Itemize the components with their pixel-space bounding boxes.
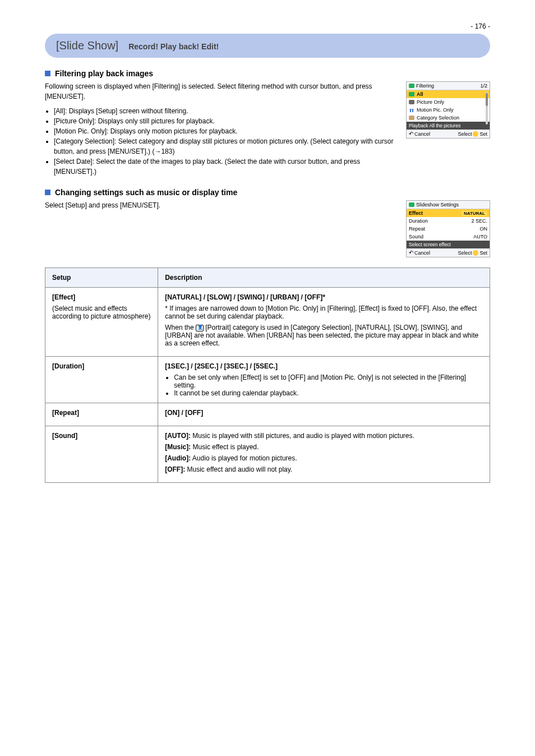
- filtering-bullet: [All]: Displays [Setup] screen without f…: [54, 106, 397, 116]
- scrollbar-thumb[interactable]: [486, 93, 488, 106]
- camera-icon: [409, 100, 414, 104]
- row-desc-post: [Portrait] category is used in [Category…: [165, 324, 478, 347]
- ss-help-strip: Playback All the pictures: [407, 122, 490, 130]
- ss-row-label: Picture Only: [417, 99, 487, 105]
- ss-title: Slideshow Settings: [416, 202, 459, 208]
- ss-row-label: Category Selection: [417, 115, 487, 121]
- joystick-icon: [473, 131, 478, 137]
- row-bullet: Can be set only when [Effect] is set to …: [174, 374, 483, 389]
- ss-row-duration[interactable]: Duration 2 SEC.: [407, 217, 490, 225]
- ss-row-label: Duration: [409, 218, 471, 224]
- set-button[interactable]: Set: [479, 250, 487, 256]
- ss-row-label: All: [417, 91, 487, 97]
- row-name: [Duration]: [52, 362, 151, 370]
- ss-title: Filtering: [416, 83, 434, 89]
- filtering-bullet: [Select Date]: Select the date of the im…: [54, 156, 397, 177]
- filtering-body: Following screen is displayed when [Filt…: [45, 81, 397, 177]
- sound-opt-desc: Music is played with still pictures, and…: [192, 432, 414, 440]
- select-label: Select: [458, 250, 472, 256]
- ss-row-sound[interactable]: Sound AUTO: [407, 233, 490, 241]
- sound-opt: [OFF]:: [165, 465, 185, 473]
- table-head-description: Description: [158, 268, 490, 288]
- set-button[interactable]: Set: [479, 131, 487, 137]
- page-slogan: Record! Play back! Edit!: [128, 42, 219, 51]
- table-row: [Effect] (Select music and effects accor…: [45, 288, 490, 357]
- row-bullet: It cannot be set during calendar playbac…: [174, 389, 483, 397]
- category-icon: [409, 116, 414, 120]
- play-icon: [409, 84, 414, 88]
- ss-row-label: Sound: [409, 234, 473, 239]
- ss-row-value: 2 SEC.: [471, 218, 487, 224]
- cancel-button[interactable]: Cancel: [409, 131, 430, 137]
- settings-screenshot: Slideshow Settings Effect NATURAL Durati…: [406, 200, 490, 257]
- ss-row-repeat[interactable]: Repeat ON: [407, 225, 490, 233]
- ss-row-picture-only[interactable]: Picture Only: [407, 98, 490, 106]
- ss-row-category[interactable]: Category Selection: [407, 114, 490, 122]
- page-title: [Slide Show]: [56, 39, 118, 52]
- filtering-bullet: [Motion Pic. Only]: Displays only motion…: [54, 126, 397, 136]
- filtering-bullet: [Picture Only]: Displays only still pict…: [54, 116, 397, 126]
- row-name: [Sound]: [52, 432, 151, 440]
- square-bullet-icon: [45, 71, 50, 76]
- table-row: [Repeat] [ON] / [OFF]: [45, 403, 490, 426]
- ss-row-motion-pic[interactable]: Motion Pic. Only: [407, 106, 490, 114]
- play-icon: [409, 202, 414, 207]
- cancel-button[interactable]: Cancel: [409, 250, 430, 256]
- ss-row-label: Effect: [409, 210, 462, 216]
- settings-intro: Select [Setup] and press [MENU/SET].: [45, 200, 397, 210]
- ss-row-label: Motion Pic. Only: [417, 107, 487, 113]
- all-icon: [409, 92, 414, 96]
- sound-opt-desc: Music effect is played.: [193, 443, 259, 451]
- sound-opt: [Audio]:: [165, 454, 191, 462]
- table-row: [Duration] [1SEC.] / [2SEC.] / [3SEC.] /…: [45, 357, 490, 403]
- row-name-note: (Select music and effects according to p…: [52, 305, 151, 320]
- row-options: [ON] / [OFF]: [165, 409, 483, 417]
- sound-opt-desc: Music effect and audio will not play.: [187, 465, 293, 473]
- settings-table: Setup Description [Effect] (Select music…: [45, 268, 490, 483]
- ss-row-value: AUTO: [473, 234, 487, 239]
- sound-opt: [Music]:: [165, 443, 191, 451]
- sound-opt-desc: Audio is played for motion pictures.: [192, 454, 297, 462]
- row-name: [Effect]: [52, 293, 151, 301]
- portrait-icon: [196, 325, 204, 331]
- row-options: [NATURAL] / [SLOW] / [SWING] / [URBAN] /…: [165, 293, 483, 301]
- subhead-settings: Changing settings such as music or displ…: [55, 188, 237, 197]
- filtering-screenshot: Filtering 1/2 All Picture Only Motion Pi…: [406, 81, 490, 139]
- table-row: [Sound] [AUTO]: Music is played with sti…: [45, 426, 490, 483]
- settings-body: Select [Setup] and press [MENU/SET].: [45, 200, 397, 215]
- row-desc: * If images are narrowed down to [Motion…: [165, 305, 483, 320]
- row-desc: When the [Portrait] category is used in …: [165, 324, 483, 347]
- row-options: [1SEC.] / [2SEC.] / [3SEC.] / [5SEC.]: [165, 362, 483, 370]
- ss-row-label: Repeat: [409, 226, 480, 232]
- joystick-icon: [473, 250, 478, 256]
- square-bullet-icon: [45, 190, 50, 195]
- subhead-filtering: Filtering play back images: [55, 69, 153, 78]
- ss-row-effect[interactable]: Effect NATURAL: [407, 209, 490, 217]
- filtering-bullet: [Category Selection]: Select category an…: [54, 136, 397, 156]
- ss-row-all[interactable]: All: [407, 90, 490, 98]
- select-label: Select: [458, 131, 472, 137]
- filtering-intro: Following screen is displayed when [Filt…: [45, 81, 397, 102]
- page-number: - 176 -: [471, 22, 490, 30]
- scrollbar[interactable]: [486, 92, 488, 125]
- ss-row-value: ON: [480, 226, 488, 232]
- row-desc-pre: When the: [165, 324, 196, 331]
- motion-icon: [409, 108, 414, 112]
- row-name: [Repeat]: [52, 409, 151, 417]
- page-header: [Slide Show] Record! Play back! Edit!: [45, 34, 490, 58]
- ss-page-indicator: 1/2: [480, 83, 487, 89]
- sound-opt: [AUTO]:: [165, 432, 191, 440]
- table-head-setup: Setup: [45, 268, 158, 288]
- ss-help-strip: Select screen effect: [407, 241, 490, 248]
- section-filtering: Filtering play back images Following scr…: [45, 69, 490, 177]
- section-settings: Changing settings such as music or displ…: [45, 188, 490, 257]
- ss-row-value: NATURAL: [462, 211, 487, 216]
